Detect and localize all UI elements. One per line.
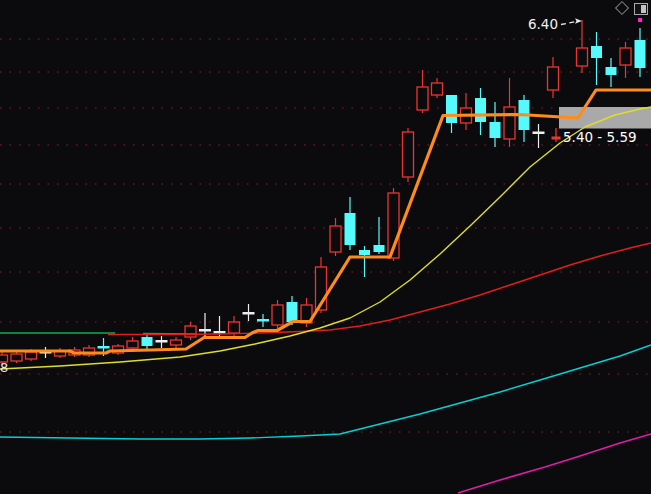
candle-body (185, 326, 196, 337)
panel-toggle-bar (641, 5, 646, 13)
candle-body (359, 250, 370, 255)
candle-body (98, 346, 110, 349)
candlestick-chart[interactable]: 6.405.40 - 5.598 (0, 0, 651, 494)
candle-body (243, 312, 255, 315)
candle-body (272, 305, 283, 325)
candle-body (504, 107, 515, 139)
candle-body (475, 98, 486, 122)
candle-body (287, 302, 298, 322)
candle-body (432, 83, 443, 95)
candle-body (490, 122, 501, 138)
candle-body (533, 132, 545, 135)
candle-body (446, 95, 457, 123)
candle-body (214, 331, 226, 334)
candle-body (591, 46, 602, 58)
candle-body (606, 67, 617, 75)
candle-body (620, 48, 631, 65)
candle-body (417, 87, 428, 110)
candle-body (403, 132, 414, 177)
candle-body (11, 354, 22, 361)
panel-toggle-icon[interactable] (634, 3, 648, 15)
stock-chart-window: 6.405.40 - 5.598 (0, 0, 651, 494)
price-high-label: 6.40 (528, 16, 558, 32)
candle-body (199, 329, 211, 332)
candle-body (257, 319, 269, 322)
candle-body (330, 226, 341, 252)
candle[interactable] (403, 128, 414, 182)
price-range-annotation: 5.40 - 5.59 (552, 128, 637, 145)
candle-body (127, 341, 138, 348)
indicator-dot-icon (638, 18, 642, 22)
price-range-label: 5.40 - 5.59 (563, 129, 637, 145)
candle-body (374, 245, 385, 252)
candle-body (26, 352, 37, 359)
candle-body (156, 340, 168, 343)
candle-body (345, 213, 356, 245)
axis-label-partial: 8 (0, 360, 8, 375)
candle-body (548, 67, 559, 90)
candle-body (577, 48, 588, 66)
candle-body (171, 340, 182, 345)
candle-body (142, 337, 153, 346)
range-marker-bar (552, 137, 561, 140)
candle-body (635, 40, 646, 68)
candle-body (229, 322, 240, 333)
